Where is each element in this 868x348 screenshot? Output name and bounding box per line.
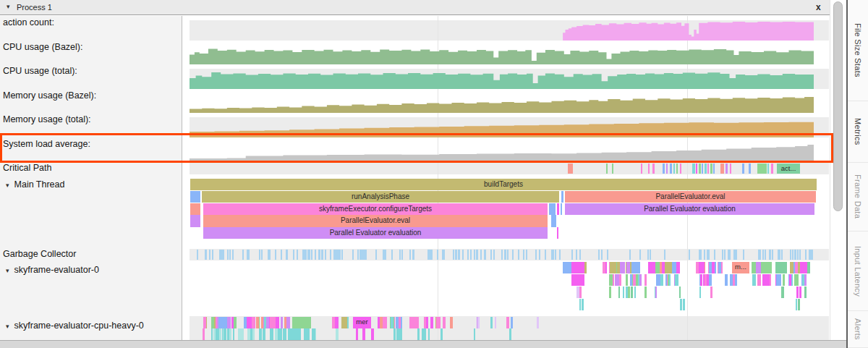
trace-slice[interactable] xyxy=(292,328,294,340)
collapse-arrow-icon[interactable]: ▾ xyxy=(6,323,9,330)
trace-slice-labeled[interactable]: mer xyxy=(353,317,371,328)
trace-slice[interactable] xyxy=(280,328,282,340)
trace-slice[interactable] xyxy=(276,317,279,328)
trace-tick[interactable] xyxy=(736,250,737,260)
trace-slice[interactable] xyxy=(281,317,283,328)
trace-slice[interactable] xyxy=(218,317,223,328)
trace-slice[interactable] xyxy=(430,317,434,328)
trace-slice-labeled[interactable]: ParallelEvaluator.eval xyxy=(565,191,816,203)
trace-slice[interactable] xyxy=(424,317,426,328)
trace-slice[interactable] xyxy=(275,328,278,340)
trace-tick[interactable] xyxy=(771,164,773,174)
trace-slice[interactable] xyxy=(233,328,234,340)
trace-tick[interactable] xyxy=(696,164,697,174)
trace-slice[interactable] xyxy=(752,274,755,286)
trace-slice[interactable] xyxy=(626,262,630,273)
trace-tick[interactable] xyxy=(456,250,457,260)
trace-slice[interactable] xyxy=(709,274,712,286)
trace-slice[interactable] xyxy=(718,262,721,273)
trace-tick[interactable] xyxy=(305,250,307,260)
trace-slice[interactable] xyxy=(804,274,807,286)
trace-slice[interactable] xyxy=(511,317,513,328)
trace-tick[interactable] xyxy=(770,250,771,260)
trace-slice[interactable] xyxy=(757,274,761,286)
trace-tick[interactable] xyxy=(767,164,769,174)
trace-tick[interactable] xyxy=(790,250,791,260)
trace-slice[interactable] xyxy=(450,317,453,328)
trace-tick[interactable] xyxy=(197,250,198,260)
trace-slice[interactable] xyxy=(804,287,807,298)
trace-tick[interactable] xyxy=(799,250,801,260)
trace-tick[interactable] xyxy=(629,250,631,260)
trace-slice[interactable] xyxy=(190,203,200,215)
row-label-sky0[interactable]: ▾skyframe-evaluator-0 xyxy=(6,265,99,275)
collapse-arrow-icon[interactable]: ▾ xyxy=(6,267,9,274)
trace-tick[interactable] xyxy=(286,250,287,260)
trace-tick[interactable] xyxy=(526,250,527,260)
trace-tick[interactable] xyxy=(518,250,519,260)
trace-tick[interactable] xyxy=(352,250,354,260)
trace-slice[interactable] xyxy=(705,274,707,286)
trace-slice[interactable] xyxy=(779,262,787,273)
trace-slice[interactable] xyxy=(371,328,374,340)
trace-tick[interactable] xyxy=(571,250,573,260)
trace-tick[interactable] xyxy=(429,250,430,260)
trace-tick[interactable] xyxy=(692,164,695,174)
trace-tick[interactable] xyxy=(720,164,724,174)
trace-slice[interactable] xyxy=(563,262,571,273)
collapse-arrow-icon[interactable]: ▾ xyxy=(7,3,10,10)
trace-tick[interactable] xyxy=(805,250,807,260)
trace-slice[interactable] xyxy=(618,287,620,298)
trace-tick[interactable] xyxy=(223,250,224,260)
trace-tick[interactable] xyxy=(769,250,770,260)
timeline[interactable]: act...buildTargetsrunAnalysisPhaseParall… xyxy=(182,16,832,340)
trace-tick[interactable] xyxy=(242,250,244,260)
trace-slice[interactable] xyxy=(629,287,630,298)
sidebar-tab-metrics[interactable]: Metrics xyxy=(848,101,868,163)
trace-slice[interactable] xyxy=(441,328,443,340)
trace-slice[interactable] xyxy=(636,274,637,286)
trace-tick[interactable] xyxy=(247,250,248,260)
trace-slice-labeled[interactable]: Parallel Evaluator evaluation xyxy=(565,203,814,215)
trace-tick[interactable] xyxy=(639,250,641,260)
trace-slice-labeled[interactable]: runAnalysisPhase xyxy=(202,191,559,203)
trace-slice[interactable] xyxy=(648,262,655,273)
row-label-heavy[interactable]: ▾skyframe-evaluator-cpu-heavy-0 xyxy=(6,321,144,331)
trace-slice[interactable] xyxy=(571,274,584,286)
trace-slice[interactable] xyxy=(288,328,289,340)
trace-slice[interactable] xyxy=(776,274,780,286)
trace-tick[interactable] xyxy=(484,250,485,260)
trace-tick[interactable] xyxy=(760,250,761,260)
trace-tick[interactable] xyxy=(470,250,472,260)
trace-slice[interactable] xyxy=(252,328,255,340)
trace-slice[interactable] xyxy=(623,287,624,298)
trace-slice[interactable] xyxy=(783,274,786,286)
trace-tick[interactable] xyxy=(612,164,613,174)
trace-tick[interactable] xyxy=(749,164,751,174)
trace-slice[interactable] xyxy=(733,274,735,286)
trace-slice-labeled[interactable]: ParallelEvaluator.eval xyxy=(203,215,548,226)
sidebar-tab-input-latency[interactable]: Input Latency xyxy=(848,232,868,311)
trace-slice[interactable] xyxy=(400,328,402,340)
trace-tick[interactable] xyxy=(325,250,326,260)
trace-tick[interactable] xyxy=(321,250,323,260)
trace-tick[interactable] xyxy=(319,250,320,260)
trace-tick[interactable] xyxy=(707,164,709,174)
trace-slice[interactable] xyxy=(561,191,563,203)
trace-slice[interactable] xyxy=(679,287,681,298)
trace-slice[interactable] xyxy=(781,287,783,298)
trace-slice[interactable] xyxy=(234,317,237,328)
trace-tick[interactable] xyxy=(293,250,294,260)
trace-tick[interactable] xyxy=(663,164,665,174)
close-button[interactable]: x xyxy=(816,2,821,12)
trace-slice[interactable] xyxy=(190,191,200,203)
trace-slice[interactable] xyxy=(284,328,286,340)
trace-slice[interactable] xyxy=(796,287,798,298)
trace-slice[interactable] xyxy=(259,328,262,340)
trace-slice[interactable] xyxy=(224,328,226,340)
trace-slice[interactable] xyxy=(506,317,509,328)
trace-tick[interactable] xyxy=(713,164,715,174)
trace-slice[interactable] xyxy=(761,262,768,273)
counter-chart-cpu_bazel[interactable] xyxy=(190,45,814,64)
trace-slice-labeled[interactable]: Parallel Evaluator evaluation xyxy=(203,227,548,239)
